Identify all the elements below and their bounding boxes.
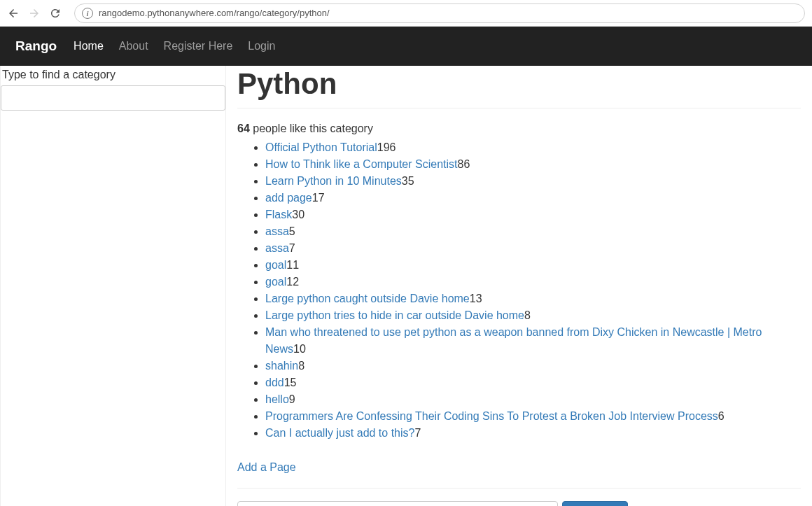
navbar-brand[interactable]: Rango [15, 38, 57, 54]
content: Python 64 people like this category Offi… [226, 66, 812, 506]
main-layout: Type to find a category Python 64 people… [0, 66, 812, 506]
page-link[interactable]: goal [265, 259, 286, 271]
search-divider [237, 488, 801, 489]
page-count: 7 [289, 242, 295, 254]
list-item: How to Think like a Computer Scientist86 [265, 156, 801, 173]
list-item: Flask30 [265, 206, 801, 223]
sidebar-search-label: Type to find a category [1, 67, 225, 85]
reload-icon[interactable] [49, 7, 62, 20]
sidebar: Type to find a category [0, 66, 226, 506]
pages-list: Official Python Tutorial196How to Think … [237, 139, 801, 442]
page-count: 15 [284, 377, 297, 388]
page-link[interactable]: Man who threatened to use pet python as … [265, 326, 762, 355]
list-item: Large python tries to hide in car outsid… [265, 307, 801, 324]
sidebar-search-input[interactable] [1, 85, 225, 111]
list-item: Can I actually just add to this?7 [265, 425, 801, 442]
page-link[interactable]: Large python tries to hide in car outsid… [265, 309, 524, 321]
add-page-link[interactable]: Add a Page [237, 461, 801, 474]
page-link[interactable]: Programmers Are Confessing Their Coding … [265, 410, 718, 422]
info-icon[interactable]: i [82, 8, 93, 19]
page-count: 7 [414, 427, 421, 439]
page-link[interactable]: ddd [265, 377, 284, 388]
page-count: 9 [289, 393, 295, 405]
page-count: 12 [286, 276, 299, 288]
page-link[interactable]: hello [265, 393, 289, 405]
page-link[interactable]: goal [265, 276, 286, 288]
page-count: 17 [312, 192, 325, 204]
navbar-nav: Home About Register Here Login [74, 40, 275, 52]
list-item: Programmers Are Confessing Their Coding … [265, 408, 801, 425]
back-icon[interactable] [7, 7, 20, 20]
page-count: 6 [718, 410, 724, 422]
page-link[interactable]: assa [265, 225, 289, 237]
list-item: assa7 [265, 240, 801, 257]
page-count: 5 [289, 225, 295, 237]
nav-link-home[interactable]: Home [74, 40, 104, 52]
list-item: shahin8 [265, 358, 801, 374]
likes-count: 64 [237, 122, 250, 134]
forward-icon [28, 7, 41, 20]
list-item: goal11 [265, 257, 801, 274]
page-link[interactable]: Large python caught outside Davie home [265, 293, 470, 304]
page-link[interactable]: Flask [265, 209, 292, 220]
page-count: 86 [457, 158, 470, 170]
page-count: 8 [298, 360, 304, 372]
list-item: ddd15 [265, 374, 801, 391]
url-bar[interactable]: i rangodemo.pythonanywhere.com/rango/cat… [74, 3, 805, 23]
browser-nav-buttons [7, 7, 62, 20]
list-item: assa5 [265, 223, 801, 240]
list-item: Official Python Tutorial196 [265, 139, 801, 156]
page-link[interactable]: Official Python Tutorial [265, 141, 377, 153]
page-link[interactable]: How to Think like a Computer Scientist [265, 158, 457, 170]
list-item: add page17 [265, 190, 801, 206]
page-count: 10 [293, 343, 306, 355]
nav-link-register[interactable]: Register Here [164, 40, 233, 52]
navbar: Rango Home About Register Here Login [0, 27, 812, 66]
title-divider [237, 108, 801, 108]
page-count: 8 [524, 309, 531, 321]
page-link[interactable]: assa [265, 242, 289, 254]
list-item: hello9 [265, 391, 801, 408]
page-title: Python [237, 67, 801, 101]
page-count: 30 [292, 209, 304, 220]
list-item: goal12 [265, 274, 801, 290]
likes-line: 64 people like this category [237, 122, 801, 135]
page-link[interactable]: shahin [265, 360, 298, 372]
list-item: Learn Python in 10 Minutes35 [265, 173, 801, 190]
page-link[interactable]: Can I actually just add to this? [265, 427, 414, 439]
page-count: 35 [402, 175, 414, 187]
page-link[interactable]: add page [265, 192, 312, 204]
nav-link-login[interactable]: Login [248, 40, 275, 52]
page-count: 196 [377, 141, 396, 153]
page-link[interactable]: Learn Python in 10 Minutes [265, 175, 402, 187]
list-item: Large python caught outside Davie home13 [265, 290, 801, 307]
search-row: Search [237, 501, 801, 506]
search-input[interactable] [237, 501, 558, 506]
page-count: 11 [286, 259, 299, 271]
list-item: Man who threatened to use pet python as … [265, 324, 801, 358]
browser-chrome: i rangodemo.pythonanywhere.com/rango/cat… [0, 0, 812, 27]
search-button[interactable]: Search [562, 501, 628, 506]
page-count: 13 [470, 293, 482, 304]
likes-text: people like this category [253, 122, 373, 134]
url-text: rangodemo.pythonanywhere.com/rango/categ… [99, 8, 797, 18]
nav-link-about[interactable]: About [119, 40, 148, 52]
